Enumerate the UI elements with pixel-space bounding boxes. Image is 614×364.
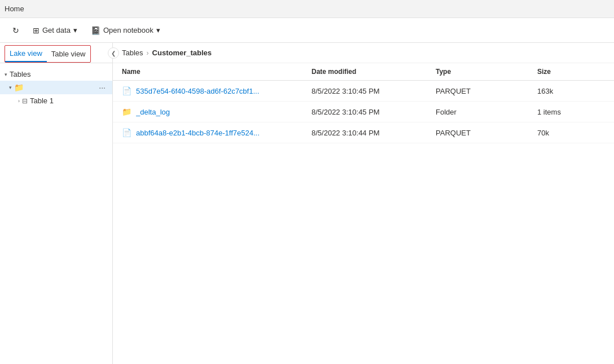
open-notebook-button[interactable]: 📓 Open notebook ▾ [85,23,166,38]
breadcrumb-current: Customer_tables [152,49,212,57]
notebook-icon: 📓 [91,26,100,35]
sidebar: ❮ Lake view Table view ▾ Tables ▾ [0,43,113,364]
tree-item-table1[interactable]: › ⊟ Table 1 [0,94,112,107]
file-type-2: PARQUET [436,129,537,137]
get-data-chevron-icon: ▾ [73,26,77,34]
file-date-2: 8/5/2022 3:10:44 PM [312,129,436,137]
tables-chevron-icon: ▾ [5,72,7,77]
col-header-type: Type [436,68,537,76]
collapse-icon: ❮ [111,50,116,56]
table1-label: Table 1 [30,97,54,105]
folder-chevron-icon: ▾ [9,85,12,90]
col-header-name: Name [122,68,312,76]
file-name-cell-2: 📄 abbf64a8-e2b1-4bcb-874e-1ff7e524... [122,128,312,137]
table-row: 📄 535d7e54-6f40-4598-ad6f-62c7cbf1... 8/… [113,81,614,102]
breadcrumb-parent[interactable]: Tables [122,49,143,57]
sidebar-collapse-button[interactable]: ❮ [108,47,119,59]
file-date-1: 8/5/2022 3:10:45 PM [312,108,436,116]
database-icon: ⊞ [33,26,40,35]
file-icon-0: 📄 [122,86,131,95]
open-notebook-chevron-icon: ▾ [156,26,160,34]
top-bar: Home [0,0,614,18]
tables-label: Tables [10,70,31,78]
tree-item-folder[interactable]: ▾ 📁 ··· [0,81,112,94]
tabs-container: Lake view Table view [0,43,112,63]
file-name-cell-0: 📄 535d7e54-6f40-4598-ad6f-62c7cbf1... [122,86,312,95]
table-row: 📁 _delta_log 8/5/2022 3:10:45 PM Folder … [113,102,614,122]
top-bar-title: Home [5,5,24,13]
file-name-0[interactable]: 535d7e54-6f40-4598-ad6f-62c7cbf1... [136,87,259,95]
folder-icon-1: 📁 [122,107,131,116]
breadcrumb-separator: › [147,49,149,57]
breadcrumb: Tables › Customer_tables [113,43,614,63]
col-header-size: Size [537,68,605,76]
file-size-0: 163k [537,87,605,95]
file-size-2: 70k [537,129,605,137]
file-table-header: Name Date modified Type Size [113,63,614,81]
file-icon-2: 📄 [122,128,131,137]
tree-section-tables: ▾ Tables ▾ 📁 ··· › ⊟ Table 1 [0,68,112,107]
get-data-button[interactable]: ⊞ Get data ▾ [27,23,83,38]
tab-table-view[interactable]: Table view [47,46,90,62]
tree-section-tables-header[interactable]: ▾ Tables [0,68,112,81]
file-type-1: Folder [436,108,537,116]
table-icon: ⊟ [22,97,28,105]
folder-more-button[interactable]: ··· [97,83,108,92]
file-name-2[interactable]: abbf64a8-e2b1-4bcb-874e-1ff7e524... [136,129,260,137]
file-name-cell-1: 📁 _delta_log [122,107,312,116]
refresh-button[interactable]: ↻ [7,23,25,38]
content-area: Tables › Customer_tables Name Date modif… [113,43,614,364]
tree: ▾ Tables ▾ 📁 ··· › ⊟ Table 1 [0,63,112,364]
refresh-icon: ↻ [12,26,19,35]
table1-chevron-icon: › [18,98,20,104]
file-type-0: PARQUET [436,87,537,95]
folder-icon: 📁 [14,83,24,92]
file-date-0: 8/5/2022 3:10:45 PM [312,87,436,95]
toolbar: ↻ ⊞ Get data ▾ 📓 Open notebook ▾ [0,18,614,43]
tab-group: Lake view Table view [5,45,91,63]
tab-lake-view[interactable]: Lake view [5,46,47,62]
file-name-1[interactable]: _delta_log [136,108,170,116]
table-row: 📄 abbf64a8-e2b1-4bcb-874e-1ff7e524... 8/… [113,122,614,143]
col-header-date: Date modified [312,68,436,76]
main-layout: ❮ Lake view Table view ▾ Tables ▾ [0,43,614,364]
file-size-1: 1 items [537,108,605,116]
file-table: Name Date modified Type Size 📄 535d7e54-… [113,63,614,364]
